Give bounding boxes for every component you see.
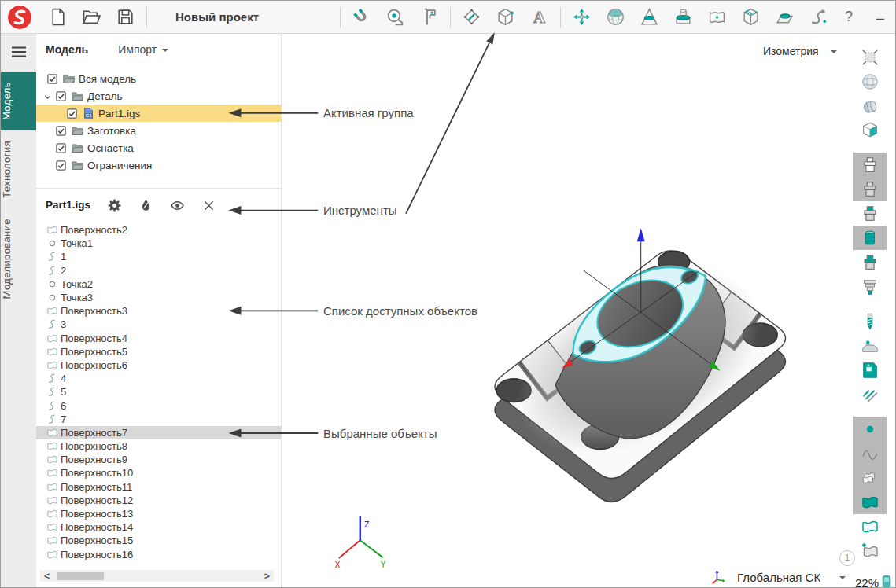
visibility-checkbox[interactable]: [55, 142, 67, 154]
object-list-item[interactable]: 6: [36, 399, 281, 412]
tree-item[interactable]: Вся модель: [36, 70, 281, 87]
caliper-icon[interactable]: [419, 7, 440, 28]
object-list-item[interactable]: Поверхность14: [36, 520, 281, 534]
mesh-box-icon[interactable]: [741, 7, 761, 28]
sketch-icon[interactable]: [462, 7, 482, 28]
horizontal-scrollbar[interactable]: < >: [40, 570, 274, 582]
point-mode-button[interactable]: [853, 417, 887, 441]
solid-icon[interactable]: [496, 7, 516, 28]
folder-icon: [71, 124, 84, 138]
plane-section-icon[interactable]: [775, 7, 795, 28]
separator: [340, 7, 341, 28]
panel-title: Модель: [46, 43, 88, 56]
visibility-checkbox[interactable]: [46, 73, 58, 85]
curve-point-icon[interactable]: [809, 7, 829, 28]
drill-button[interactable]: [853, 309, 887, 333]
folder-open-icon[interactable]: [82, 7, 102, 28]
curve-mode-button[interactable]: [853, 441, 887, 465]
object-list-item[interactable]: Поверхность6: [36, 358, 281, 372]
model-button[interactable]: [853, 94, 887, 118]
text-icon[interactable]: A: [529, 7, 550, 28]
coordinate-system-select[interactable]: Глобальная СК: [710, 568, 846, 586]
cylinder-highlight-button[interactable]: [853, 226, 887, 250]
x-icon[interactable]: [201, 198, 216, 213]
object-list-item[interactable]: Поверхность2: [36, 223, 281, 237]
help-button[interactable]: ?: [845, 9, 853, 25]
object-list-item[interactable]: Поверхность7: [36, 426, 281, 439]
object-list-item[interactable]: 5: [36, 385, 281, 399]
object-list-item[interactable]: 1: [36, 250, 281, 263]
object-list-item[interactable]: 3: [36, 318, 281, 331]
object-list-item[interactable]: Точка3: [36, 291, 281, 304]
workpiece-icon[interactable]: [673, 7, 694, 28]
surface-new-button[interactable]: [853, 538, 887, 563]
scroll-left-icon[interactable]: <: [44, 571, 50, 581]
object-list-item[interactable]: Поверхность13: [36, 507, 281, 520]
render-sphere-button[interactable]: [853, 69, 887, 94]
status-badge: 1: [839, 550, 855, 566]
fixture-button[interactable]: [853, 333, 887, 358]
mesh-sphere-icon[interactable]: [606, 7, 626, 28]
visibility-checkbox[interactable]: [55, 90, 67, 102]
scroll-right-icon[interactable]: >: [264, 571, 270, 581]
import-menu[interactable]: Импорт: [118, 43, 168, 56]
object-list-item[interactable]: Точка2: [36, 277, 281, 291]
scrollbar-thumb[interactable]: [57, 572, 104, 580]
cone-section-icon[interactable]: [640, 7, 660, 28]
visibility-checkbox[interactable]: [55, 160, 67, 171]
tab-модель[interactable]: Модель: [1, 72, 36, 130]
object-list-item[interactable]: Поверхность4: [36, 332, 281, 345]
object-list-item[interactable]: Поверхность16: [36, 548, 281, 561]
expand-chevron-icon[interactable]: [42, 91, 53, 101]
tab-моделирование[interactable]: Моделирование: [1, 208, 36, 309]
magnet-icon[interactable]: [352, 7, 372, 28]
object-list-item[interactable]: 4: [36, 372, 281, 385]
object-list-item[interactable]: Поверхность9: [36, 453, 281, 466]
measure-icon[interactable]: [385, 7, 406, 28]
box-face-button[interactable]: [853, 118, 887, 142]
hamburger-menu-icon[interactable]: [9, 42, 28, 61]
part-highlight-button[interactable]: [853, 250, 887, 274]
object-list-item[interactable]: Поверхность8: [36, 439, 281, 453]
part-outline-button[interactable]: [853, 153, 887, 177]
gear-icon[interactable]: [107, 198, 122, 213]
view-orientation-select[interactable]: Изометрия: [763, 45, 837, 57]
tree-item[interactable]: Ограничения: [36, 156, 281, 174]
surfaces-mode-button[interactable]: [853, 465, 887, 490]
object-list-item[interactable]: Поверхность11: [36, 480, 281, 494]
object-list-item[interactable]: 2: [36, 264, 281, 277]
file-new-icon[interactable]: [48, 7, 68, 28]
machine-button[interactable]: [853, 358, 887, 382]
object-list-item[interactable]: Поверхность12: [36, 494, 281, 507]
object-list-item[interactable]: Поверхность15: [36, 534, 281, 547]
eye-icon[interactable]: [170, 198, 185, 213]
tree-item[interactable]: Заготовка: [36, 122, 281, 139]
tab-технология[interactable]: Технология: [1, 130, 36, 208]
object-item-label: Поверхность3: [61, 305, 127, 317]
part-striped-button[interactable]: [853, 274, 887, 299]
visibility-checkbox[interactable]: [55, 125, 67, 137]
tree-item[interactable]: IGSPart1.igs: [36, 105, 281, 122]
tree-item[interactable]: Оснастка: [36, 139, 281, 156]
surface-light-button[interactable]: [853, 514, 887, 538]
object-list-item[interactable]: Поверхность5: [36, 345, 281, 358]
part-shaded-button[interactable]: [853, 177, 887, 201]
move-icon[interactable]: [572, 7, 592, 28]
object-item-label: Поверхность10: [61, 467, 133, 479]
toolpath-button[interactable]: [853, 382, 887, 406]
surface-mode-button[interactable]: [853, 490, 887, 514]
object-list-item[interactable]: 7: [36, 413, 281, 426]
minimize-icon[interactable]: [871, 7, 891, 28]
visibility-checkbox[interactable]: [66, 108, 78, 119]
surface-map-icon[interactable]: [707, 7, 728, 28]
object-item-label: 4: [61, 373, 66, 384]
object-list-item[interactable]: Поверхность3: [36, 304, 281, 318]
fit-view-button[interactable]: [853, 45, 887, 69]
mode-tabs: МодельТехнологияМоделирование: [1, 72, 36, 309]
object-list-item[interactable]: Точка1: [36, 237, 281, 250]
tree-item[interactable]: Деталь: [36, 87, 281, 105]
part-top-highlight-button[interactable]: [853, 201, 887, 226]
save-icon[interactable]: [116, 7, 136, 28]
object-list-item[interactable]: Поверхность10: [36, 466, 281, 480]
droplet-icon[interactable]: [138, 198, 153, 213]
